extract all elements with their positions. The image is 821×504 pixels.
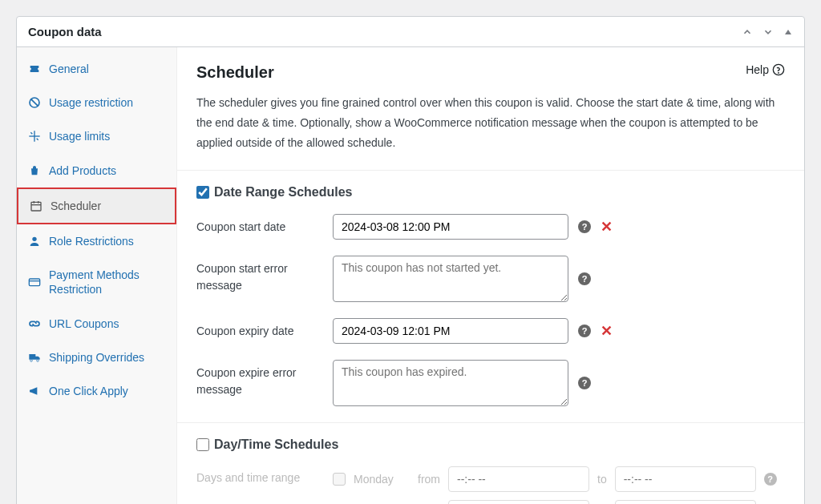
panel-header: Coupon data [17,17,804,47]
expire-error-textarea[interactable] [333,360,568,406]
sidebar-item-label: Role Restrictions [49,234,134,248]
panel-title: Coupon data [28,25,102,38]
from-label: from [418,473,440,486]
help-label: Help [746,63,769,76]
help-tooltip-icon[interactable]: ? [578,377,591,389]
sidebar-item-url-coupons[interactable]: URL Coupons [17,307,176,341]
bag-icon [28,164,41,177]
sidebar-item-label: Scheduler [51,199,101,213]
start-error-row: Coupon start error message ? [196,256,785,302]
sidebar-item-label: Usage restriction [49,95,133,110]
expiry-date-input[interactable] [333,318,568,344]
sidebar-item-scheduler[interactable]: Scheduler [17,187,176,224]
expire-error-row: Coupon expire error message ? [196,360,785,406]
sidebar-item-label: Shipping Overrides [49,350,144,365]
clear-expiry-date-icon[interactable]: ✕ [601,322,613,340]
day-time-checkbox[interactable] [196,438,209,451]
svg-point-14 [30,359,33,361]
divider [177,170,804,171]
start-date-input[interactable] [333,214,568,240]
megaphone-icon [28,385,41,397]
days-range-label: Days and time range [196,466,333,484]
monday-to-time[interactable] [615,466,756,492]
sidebar-item-shipping-overrides[interactable]: Shipping Overrides [17,341,176,374]
expire-error-label: Coupon expire error message [196,360,333,398]
day-row-monday: Monday from to ? [333,466,777,492]
help-tooltip-icon[interactable]: ? [578,325,591,337]
ticket-icon [28,62,41,75]
expiry-date-label: Coupon expiry date [196,318,333,340]
move-up-icon[interactable] [742,26,753,38]
to-label: to [597,473,607,486]
svg-point-17 [779,73,779,74]
date-range-title: Date Range Schedules [214,185,353,200]
tuesday-to-time[interactable] [615,500,756,504]
day-row-tuesday: Tuesday from to [333,500,777,504]
help-icon [772,63,785,76]
sidebar-item-payment-methods-restriction[interactable]: Payment Methods Restriction [17,258,176,306]
svg-line-2 [30,99,38,107]
help-link[interactable]: Help [746,63,785,76]
sidebar-item-usage-limits[interactable]: Usage limits [17,119,176,153]
start-error-label: Coupon start error message [196,256,333,294]
svg-point-15 [37,359,39,361]
card-icon [28,276,41,288]
date-range-section-header: Date Range Schedules [196,185,785,200]
clear-start-date-icon[interactable]: ✕ [601,218,613,236]
sidebar-item-label: General [49,62,89,76]
sidebar-item-usage-restriction[interactable]: Usage restriction [17,86,176,119]
svg-rect-12 [29,279,39,286]
tuesday-from-time[interactable] [448,500,589,504]
content-title: Scheduler [196,63,274,82]
sidebar-item-label: Usage limits [49,129,110,143]
svg-rect-7 [31,202,41,211]
svg-marker-0 [785,30,791,34]
ban-icon [28,96,41,109]
help-tooltip-icon[interactable]: ? [578,220,591,233]
move-down-icon[interactable] [762,26,774,38]
day-time-section-header: Day/Time Schedules [196,437,785,452]
adjust-icon [28,130,41,143]
day-time-title: Day/Time Schedules [214,437,338,452]
help-tooltip-icon[interactable]: ? [578,272,591,285]
start-error-textarea[interactable] [333,256,568,302]
svg-line-6 [37,139,38,140]
sidebar-item-add-products[interactable]: Add Products [17,154,176,187]
collapse-icon[interactable] [783,27,793,37]
scheduler-description: The scheduler gives you fine grained con… [196,93,785,154]
days-range-row: Days and time range Monday from to ? Tue… [196,466,785,504]
link-icon [28,317,41,330]
sidebar-item-label: Payment Methods Restriction [49,268,165,296]
expiry-date-row: Coupon expiry date ? ✕ [196,318,785,344]
divider [177,422,804,423]
sidebar-item-label: Add Products [49,163,116,178]
svg-line-5 [30,133,32,135]
help-tooltip-icon[interactable]: ? [764,473,777,486]
sidebar-item-general[interactable]: General [17,52,176,86]
date-range-checkbox[interactable] [196,186,209,199]
sidebar-item-role-restrictions[interactable]: Role Restrictions [17,224,176,258]
sidebar-item-one-click-apply[interactable]: One Click Apply [17,374,176,408]
monday-from-time[interactable] [448,466,589,492]
calendar-icon [30,200,42,212]
header-controls [742,26,793,38]
panel-body: General Usage restriction Usage limits A… [17,47,804,504]
sidebar: General Usage restriction Usage limits A… [17,47,177,504]
truck-icon [28,351,41,364]
sidebar-item-label: One Click Apply [49,384,128,398]
start-date-label: Coupon start date [196,214,333,236]
start-date-row: Coupon start date ? ✕ [196,214,785,240]
monday-checkbox[interactable] [333,473,346,486]
sidebar-item-label: URL Coupons [49,317,119,331]
content-header: Scheduler Help [196,63,785,82]
svg-point-11 [32,237,36,241]
user-icon [28,235,41,248]
day-name: Monday [354,473,410,486]
content-area: Scheduler Help The scheduler gives you f… [177,47,804,504]
coupon-data-panel: Coupon data General [16,16,805,504]
